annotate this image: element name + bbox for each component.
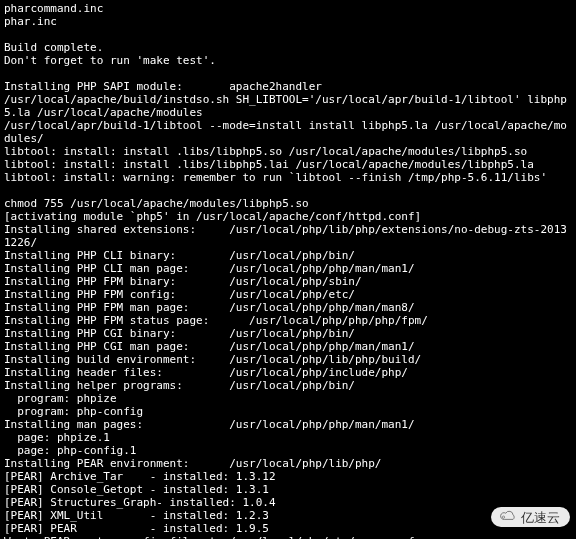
output-line: Installing PHP FPM binary: /usr/local/ph… xyxy=(4,275,362,288)
output-line: /usr/local/apache/build/instdso.sh SH_LI… xyxy=(4,93,567,119)
output-line: Build complete. xyxy=(4,41,103,54)
watermark-text: 亿速云 xyxy=(521,511,560,524)
output-line: chmod 755 /usr/local/apache/modules/libp… xyxy=(4,197,309,210)
output-line: libtool: install: warning: remember to r… xyxy=(4,171,547,184)
output-line: [PEAR] XML_Util - installed: 1.2.3 xyxy=(4,509,269,522)
output-line: [PEAR] Console_Getopt - installed: 1.3.1 xyxy=(4,483,269,496)
output-line: Installing PHP CLI man page: /usr/local/… xyxy=(4,262,415,275)
output-line: Installing PHP FPM man page: /usr/local/… xyxy=(4,301,415,314)
terminal-output[interactable]: pharcommand.inc phar.inc Build complete.… xyxy=(0,0,576,539)
output-line: Installing PHP CLI binary: /usr/local/ph… xyxy=(4,249,355,262)
output-line: /usr/local/apr/build-1/libtool --mode=in… xyxy=(4,119,567,145)
output-line: Installing man pages: /usr/local/php/php… xyxy=(4,418,415,431)
output-line: [PEAR] PEAR - installed: 1.9.5 xyxy=(4,522,269,535)
output-line: Installing PHP SAPI module: apache2handl… xyxy=(4,80,322,93)
output-line: Installing PEAR environment: /usr/local/… xyxy=(4,457,382,470)
output-line: phar.inc xyxy=(4,15,57,28)
output-line: Don't forget to run 'make test'. xyxy=(4,54,216,67)
output-line: [activating module `php5' in /usr/local/… xyxy=(4,210,421,223)
output-line: libtool: install: install .libs/libphp5.… xyxy=(4,158,534,171)
cloud-icon xyxy=(499,510,517,524)
output-line: Installing PHP CGI man page: /usr/local/… xyxy=(4,340,415,353)
output-line: pharcommand.inc xyxy=(4,2,103,15)
output-line: page: php-config.1 xyxy=(4,444,136,457)
output-line: Installing helper programs: /usr/local/p… xyxy=(4,379,355,392)
output-line: Installing header files: /usr/local/php/… xyxy=(4,366,408,379)
output-line: libtool: install: install .libs/libphp5.… xyxy=(4,145,527,158)
output-line: Installing shared extensions: /usr/local… xyxy=(4,223,567,249)
output-line: Wrote PEAR system config file at: /usr/l… xyxy=(4,535,415,539)
output-line: Installing build environment: /usr/local… xyxy=(4,353,421,366)
svg-point-0 xyxy=(502,516,504,518)
output-line: [PEAR] Structures_Graph- installed: 1.0.… xyxy=(4,496,276,509)
output-line: program: phpize xyxy=(4,392,117,405)
output-line: [PEAR] Archive_Tar - installed: 1.3.12 xyxy=(4,470,276,483)
output-line: Installing PHP CGI binary: /usr/local/ph… xyxy=(4,327,355,340)
output-line: page: phpize.1 xyxy=(4,431,110,444)
output-line: program: php-config xyxy=(4,405,143,418)
watermark-badge: 亿速云 xyxy=(491,507,570,527)
output-line: Installing PHP FPM config: /usr/local/ph… xyxy=(4,288,355,301)
output-line: Installing PHP FPM status page: /usr/loc… xyxy=(4,314,428,327)
